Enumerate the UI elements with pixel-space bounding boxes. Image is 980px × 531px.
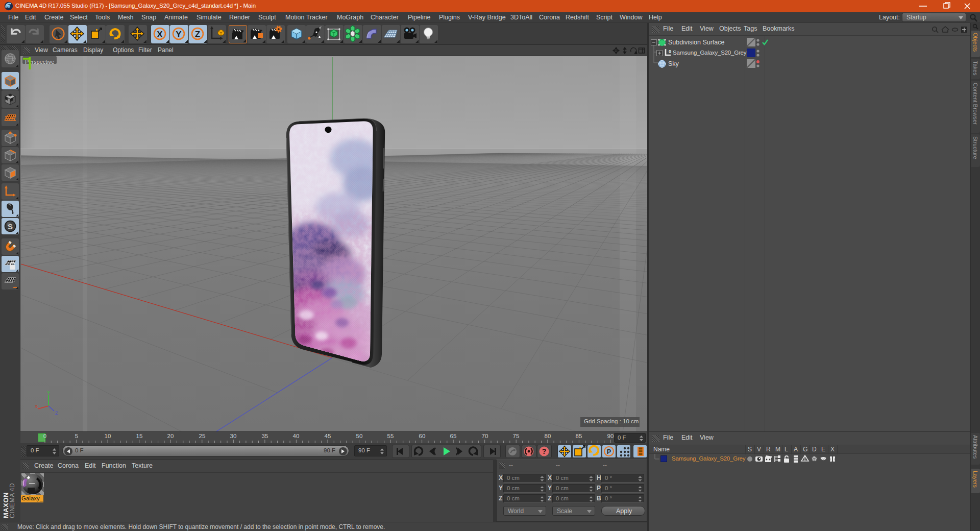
svg-text:Z: Z (55, 411, 58, 416)
svg-text:Z: Z (195, 30, 200, 39)
svg-text:?: ? (542, 447, 547, 455)
svg-text:X: X (35, 404, 38, 409)
svg-text:S: S (8, 222, 13, 231)
svg-text:X: X (157, 30, 163, 39)
svg-text:0: 0 (669, 49, 671, 54)
svg-text:Y: Y (176, 30, 182, 39)
svg-text:Y: Y (47, 391, 50, 395)
svg-text:P: P (607, 448, 611, 455)
